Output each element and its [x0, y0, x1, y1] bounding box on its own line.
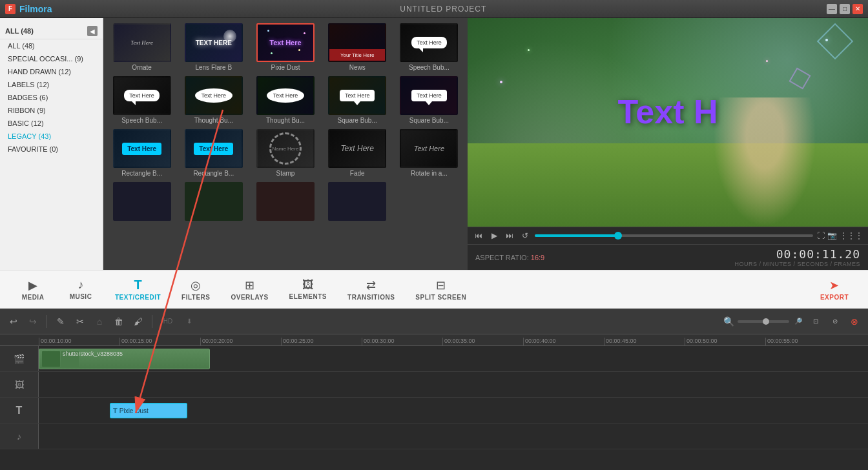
template-row4-4[interactable] — [324, 182, 391, 221]
preview-animation-text: Text H — [617, 92, 718, 131]
template-pixiedust-thumb: Text Here — [256, 23, 315, 62]
template-thoughtbub1-label: Thought Bu... — [194, 117, 233, 124]
video-track-content[interactable]: shutterstock_v3288035 — [39, 346, 868, 371]
ruler-mark-6: 00:00:40:00 — [523, 338, 604, 345]
template-rectb2[interactable]: Text Here Rectangle B... — [180, 129, 247, 177]
sidebar-item-special[interactable]: SPECIAL OCCASI... (9) — [0, 52, 103, 65]
loop-button[interactable]: ↺ — [519, 230, 531, 241]
template-squarebub1[interactable]: Text Here Square Bub... — [324, 76, 391, 124]
edit-button[interactable]: ✎ — [52, 313, 69, 330]
sidebar-item-legacy[interactable]: LEGACY (43) — [0, 130, 103, 143]
template-fade[interactable]: Text Here Fade — [324, 129, 391, 177]
sidebar-item-badges[interactable]: BADGES (6) — [0, 91, 103, 104]
sidebar-item-ribbon[interactable]: RIBBON (9) — [0, 104, 103, 117]
template-lensflare-label: Lens Flare B — [195, 64, 232, 71]
project-title: UNTITLED PROJECT — [60, 5, 827, 14]
rotate-preview-text: Text Here — [414, 145, 444, 152]
template-pixiedust[interactable]: Text Here Pixie Dust — [252, 23, 318, 71]
template-news[interactable]: Your Title Here News — [324, 23, 391, 71]
tool-textcredit[interactable]: T TEXT/CREDIT — [106, 274, 170, 305]
ruler-mark-1: 00:00:15:00 — [119, 338, 200, 345]
paint-button[interactable]: 🖌 — [130, 313, 147, 330]
export-icon: ➤ — [829, 278, 839, 292]
filters-icon: ◎ — [191, 278, 201, 292]
preview-person — [713, 97, 816, 227]
tool-media[interactable]: ▶ MEDIA — [10, 274, 56, 305]
hd-button[interactable]: HD — [158, 313, 178, 330]
detach-button[interactable]: ✂ — [72, 313, 88, 330]
progress-handle[interactable] — [614, 232, 622, 240]
go-start-button[interactable]: ⏮ — [473, 230, 484, 241]
video-clip[interactable]: shutterstock_v3288035 — [39, 349, 210, 369]
maximize-button[interactable]: □ — [840, 4, 850, 14]
timeline-ruler: 00:00:10:00 00:00:15:00 00:00:20:00 00:0… — [0, 334, 868, 346]
redo-button[interactable]: ↪ — [25, 313, 41, 330]
video-track-icon: 🎬 — [14, 354, 25, 364]
template-squarebub2[interactable]: Text Here Square Bub... — [396, 76, 462, 124]
split-view-button[interactable]: ⊘ — [827, 313, 843, 330]
template-speechbub1[interactable]: Text Here Speech Bub... — [396, 23, 462, 71]
zoom-out-button[interactable]: 🔍 — [722, 313, 735, 330]
back-button[interactable]: ◀ — [87, 26, 98, 36]
close-button[interactable]: ✕ — [852, 4, 863, 14]
undo-button[interactable]: ↩ — [5, 313, 22, 330]
play-button[interactable]: ▶ — [488, 230, 500, 241]
logo-text: Filmora — [19, 4, 52, 14]
sidebar-item-handdrawn[interactable]: HAND DRAWN (12) — [0, 65, 103, 78]
tool-overlays[interactable]: ⊞ OVERLAYS — [222, 274, 278, 305]
template-rectb2-label: Rectangle B... — [193, 170, 234, 177]
tool-export[interactable]: ➤ EXPORT — [811, 274, 858, 305]
image-track-content[interactable] — [39, 372, 868, 397]
zoom-in-button[interactable]: 🔎 — [792, 313, 805, 330]
sidebar-item-all[interactable]: ALL (48) — [0, 39, 103, 52]
tool-splitscreen[interactable]: ⊟ SPLIT SCREEN — [406, 274, 475, 305]
image-track-label: 🖼 — [0, 372, 39, 397]
delete-button[interactable]: 🗑 — [110, 313, 127, 330]
filters-label: FILTERS — [181, 294, 210, 301]
ripple-button[interactable]: ⊗ — [846, 313, 863, 330]
template-lensflare[interactable]: TEXT HERE Lens Flare B — [180, 23, 247, 71]
sq-tail — [354, 101, 360, 105]
sidebar-item-all-label: ALL (48) — [8, 42, 35, 50]
sidebar-item-labels[interactable]: LABELS (12) — [0, 78, 103, 91]
template-news-thumb: Your Title Here — [328, 23, 386, 62]
settings-icon[interactable]: ⋮⋮⋮ — [840, 231, 863, 240]
export-label: EXPORT — [820, 294, 849, 301]
ornate-preview-text: Text Here — [130, 39, 153, 46]
zoom-handle[interactable] — [763, 318, 769, 325]
sidebar-item-basic[interactable]: BASIC (12) — [0, 117, 103, 130]
fit-button[interactable]: ⊡ — [807, 313, 824, 330]
template-speechbub2[interactable]: Text Here Speech Bub... — [108, 76, 175, 124]
progress-bar[interactable] — [535, 234, 813, 237]
render-button[interactable]: ⬇ — [181, 313, 198, 330]
fullscreen-icon[interactable]: ⛶ — [817, 231, 825, 240]
sidebar-all-label: ALL (48) — [5, 27, 34, 35]
text-track-content[interactable]: T Pixie Dust — [39, 398, 868, 423]
text-clip[interactable]: T Pixie Dust — [110, 403, 187, 418]
template-ornate[interactable]: Text Here Ornate — [108, 23, 175, 71]
textcredit-label: TEXT/CREDIT — [115, 294, 161, 301]
template-thoughtbub2[interactable]: Text Here Thought Bu... — [252, 76, 318, 124]
template-rotate[interactable]: Text Here Rotate in a... — [396, 129, 462, 177]
overlays-label: OVERLAYS — [231, 294, 269, 301]
cut-button[interactable]: ⌂ — [91, 313, 108, 330]
tool-transitions[interactable]: ⇄ TRANSITIONS — [338, 274, 404, 305]
tool-music[interactable]: ♪ MUSIC — [58, 274, 103, 304]
template-thoughtbub1[interactable]: Text Here Thought Bu... — [180, 76, 247, 124]
sidebar-item-favourite[interactable]: FAVOURITE (0) — [0, 143, 103, 156]
audio-track-content[interactable] — [39, 424, 868, 449]
template-rectb1[interactable]: Text Here Rectangle B... — [108, 129, 175, 177]
template-row4-1-thumb — [113, 182, 171, 221]
template-row4-3[interactable] — [252, 182, 318, 221]
template-row4-2[interactable] — [180, 182, 247, 221]
squarebub2-bubble: Text Here — [411, 90, 447, 101]
template-row4-1[interactable] — [108, 182, 175, 221]
template-stamp[interactable]: Name Here Stamp — [252, 129, 318, 177]
audio-track-row: ♪ — [0, 424, 868, 449]
zoom-slider[interactable] — [738, 320, 789, 323]
go-end-button[interactable]: ⏭ — [504, 230, 515, 241]
minimize-button[interactable]: — — [827, 4, 837, 14]
tool-elements[interactable]: 🖼 ELEMENTS — [280, 274, 336, 304]
tool-filters[interactable]: ◎ FILTERS — [172, 274, 219, 305]
snapshot-icon[interactable]: 📷 — [827, 231, 837, 240]
